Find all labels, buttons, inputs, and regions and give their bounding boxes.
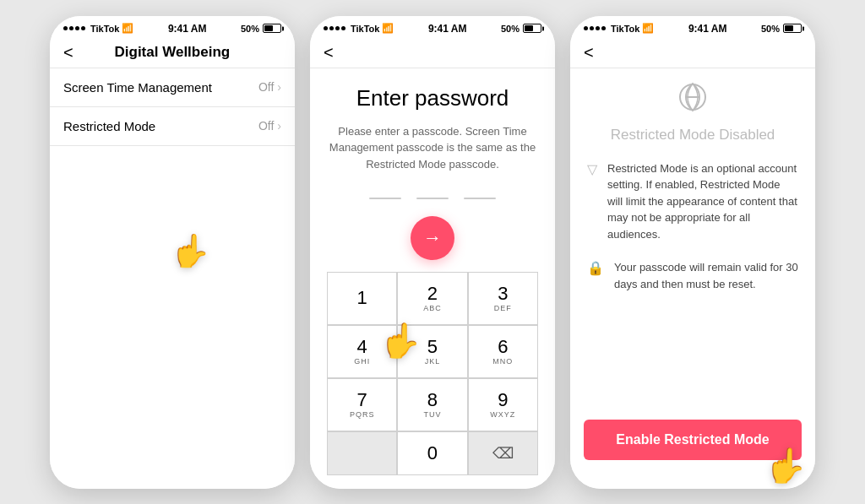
settings-value-screen-time: Off	[258, 80, 274, 94]
key-sub-6: MNO	[492, 357, 513, 366]
key-6[interactable]: 6MNO	[468, 325, 538, 378]
chevron-icon-restricted: ›	[277, 119, 281, 133]
lock-icon: 🔒	[587, 260, 604, 276]
key-num-3: 3	[498, 285, 508, 303]
battery-pct-1: 50%	[241, 24, 259, 34]
time-3: 9:41 AM	[688, 23, 727, 35]
passcode-dash-3	[464, 198, 496, 199]
key-num-1: 1	[357, 289, 367, 307]
restricted-mode-icon	[587, 80, 798, 122]
back-button-2[interactable]: <	[324, 43, 334, 62]
key-sub-8: TUV	[423, 410, 441, 419]
key-1[interactable]: 1	[327, 272, 397, 325]
key-sub-9: WXYZ	[490, 410, 515, 419]
key-sub-7: PQRS	[350, 410, 375, 419]
key-0[interactable]: 0	[397, 431, 467, 475]
key-num-8: 8	[427, 391, 438, 409]
status-bar-1: TikTok 📶 9:41 AM 50%	[50, 16, 295, 38]
key-num-6: 6	[498, 338, 508, 356]
nav-bar-3: <	[570, 38, 815, 68]
settings-label-screen-time: Screen Time Management	[63, 80, 212, 95]
battery-pct-2: 50%	[501, 24, 520, 34]
screen3-footer: Enable Restricted Mode 👆	[570, 420, 815, 489]
carrier-2: TikTok	[351, 24, 379, 34]
key-9[interactable]: 9WXYZ	[468, 378, 538, 431]
settings-list-1: Screen Time Management Off › Restricted …	[50, 68, 295, 489]
key-3[interactable]: 3DEF	[468, 272, 538, 325]
key-sub-2: ABC	[423, 304, 442, 312]
nav-bar-2: <	[310, 38, 555, 68]
passcode-dash-2	[416, 198, 449, 199]
nav-title-1: Digital Wellbeing	[80, 44, 281, 61]
filter-icon: ▽	[587, 161, 597, 177]
hand-cursor-right: 👆	[764, 446, 807, 485]
passcode-dots	[369, 198, 496, 199]
key-num-5: 5	[427, 338, 438, 356]
keypad-row-4: 0 ⌫	[327, 431, 538, 475]
battery-icon-3	[783, 24, 802, 33]
screen2-content: Enter password Please enter a passcode. …	[310, 68, 555, 489]
wifi-icon-2: 📶	[382, 23, 394, 34]
battery-icon-2	[523, 24, 541, 33]
time-2: 9:41 AM	[428, 23, 467, 35]
passcode-dash-1	[369, 198, 401, 199]
key-sub-3: DEF	[494, 304, 512, 312]
time-1: 9:41 AM	[168, 23, 207, 35]
key-sub-4: GHI	[354, 357, 370, 366]
battery-pct-3: 50%	[761, 24, 780, 34]
carrier-3: TikTok	[611, 24, 639, 34]
phone-3: TikTok 📶 9:41 AM 50% < Restr	[570, 16, 815, 489]
wifi-icon-1: 📶	[122, 23, 133, 34]
restricted-mode-title: Restricted Mode Disabled	[587, 127, 798, 144]
key-7[interactable]: 7PQRS	[327, 378, 397, 431]
submit-button[interactable]: →	[411, 216, 454, 260]
key-8[interactable]: 8TUV	[397, 378, 467, 431]
key-sub-5: JKL	[425, 357, 441, 366]
status-bar-2: TikTok 📶 9:41 AM 50%	[310, 16, 555, 38]
nav-bar-1: < Digital Wellbeing	[50, 38, 295, 68]
key-num-4: 4	[357, 338, 367, 356]
info-row-1: ▽ Restricted Mode is an optional account…	[587, 160, 798, 243]
hand-cursor-mid: 👆	[379, 321, 422, 360]
restricted-info: ▽ Restricted Mode is an optional account…	[587, 160, 798, 420]
settings-item-restricted[interactable]: Restricted Mode Off › 👆	[50, 107, 295, 146]
keypad-row-1: 1 2ABC 3DEF	[327, 272, 538, 325]
key-num-2: 2	[427, 285, 438, 303]
keypad-row-2: 4GHI 5JKL 6MNO	[327, 325, 538, 378]
hand-cursor-1: 👆	[171, 232, 210, 269]
chevron-icon-screen-time: ›	[277, 80, 281, 94]
key-num-9: 9	[498, 391, 508, 409]
back-button-1[interactable]: <	[63, 43, 73, 62]
carrier-1: TikTok	[90, 24, 119, 34]
keypad-row-3: 7PQRS 8TUV 9WXYZ 👆	[327, 378, 538, 431]
phone-1: TikTok 📶 9:41 AM 50% < Digital Wellbeing…	[50, 16, 295, 489]
info-text-2: Your passcode will remain valid for 30 d…	[614, 259, 798, 292]
info-row-2: 🔒 Your passcode will remain valid for 30…	[587, 259, 798, 292]
phone-2: TikTok 📶 9:41 AM 50% < Enter password Pl…	[310, 16, 555, 489]
key-delete[interactable]: ⌫	[468, 431, 538, 475]
keypad: 1 2ABC 3DEF 4GHI 5JKL 6MNO 7PQRS 8TUV 9W…	[327, 272, 538, 475]
back-button-3[interactable]: <	[584, 43, 594, 62]
key-empty	[327, 431, 397, 475]
battery-icon-1	[263, 24, 281, 33]
settings-label-restricted: Restricted Mode	[63, 119, 155, 133]
key-num-7: 7	[357, 391, 367, 409]
settings-value-restricted: Off	[258, 119, 274, 133]
info-text-1: Restricted Mode is an optional account s…	[607, 160, 798, 243]
enter-password-title: Enter password	[356, 85, 509, 111]
status-bar-3: TikTok 📶 9:41 AM 50%	[570, 16, 815, 38]
key-num-0: 0	[427, 444, 438, 463]
screen3-content: Restricted Mode Disabled ▽ Restricted Mo…	[570, 68, 815, 420]
enter-password-desc: Please enter a passcode. Screen Time Man…	[327, 123, 538, 173]
wifi-icon-3: 📶	[642, 23, 654, 34]
key-2[interactable]: 2ABC	[397, 272, 467, 325]
settings-item-screen-time[interactable]: Screen Time Management Off ›	[50, 68, 295, 107]
